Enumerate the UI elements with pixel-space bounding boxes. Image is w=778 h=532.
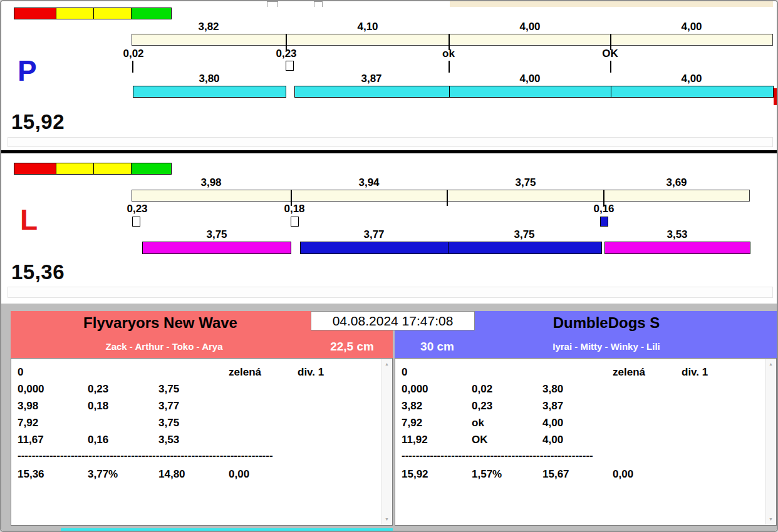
lane-l-top-split: 3,75 <box>494 176 557 189</box>
cell: 7,92 <box>18 414 88 431</box>
red-marker <box>774 88 778 105</box>
cell <box>298 414 378 431</box>
lane-p-split-bar <box>294 86 450 98</box>
lane-l-top-split: 3,69 <box>645 176 708 189</box>
lane-p-checkpoint: 0,23 <box>255 48 318 60</box>
window-tab-stub[interactable] <box>314 1 323 7</box>
cell: OK <box>472 431 542 448</box>
tick-mark <box>610 61 611 73</box>
cell: 0,000 <box>18 381 88 397</box>
table-row: 11,92OK4,00 <box>402 431 762 448</box>
lane-l-split-bar <box>300 242 449 254</box>
status-label: zelená <box>229 364 298 381</box>
cell <box>542 364 613 381</box>
cell: ok <box>472 414 542 431</box>
cell: 0,000 <box>402 381 472 397</box>
total-time: 15,92 <box>402 463 472 481</box>
app-window: 3,82 4,10 4,00 4,00 0,02 0,23 ok OK P 3,… <box>0 0 778 532</box>
tick-mark <box>449 61 450 73</box>
lane-p-split-bar <box>449 86 611 98</box>
scroll-down-icon[interactable]: ▼ <box>766 514 775 524</box>
cell <box>158 364 229 381</box>
total-net: 15,67 <box>542 463 613 481</box>
lane-l-bottom-split: 3,75 <box>185 228 248 241</box>
tick-mark <box>132 61 133 73</box>
total-percent: 3,77% <box>88 463 158 481</box>
lead-value: 0 <box>402 364 472 381</box>
cell <box>298 463 378 481</box>
cell: 11,92 <box>402 431 472 448</box>
red-light-segment <box>14 163 56 175</box>
cell <box>682 431 762 448</box>
lane-p-checkpoint: 0,02 <box>102 48 165 60</box>
scrollbar[interactable]: ▲ ▼ <box>765 359 775 524</box>
scroll-up-icon[interactable]: ▲ <box>382 359 392 369</box>
lane-p-split-bar <box>133 86 286 98</box>
table-row: 0,0000,023,80 <box>402 381 762 397</box>
checkbox-indicator <box>286 61 294 71</box>
cell <box>613 431 682 448</box>
lane-l-top-split: 3,98 <box>180 176 242 189</box>
scroll-up-icon[interactable]: ▲ <box>766 359 775 369</box>
cell: 4,00 <box>542 414 613 431</box>
cell: 4,00 <box>542 431 613 448</box>
separator-row: ----------------------------------------… <box>18 448 378 463</box>
bottom-cyan-strip <box>61 528 393 532</box>
datetime-display: 04.08.2024 17:47:08 <box>311 311 475 330</box>
checkbox-indicator <box>291 217 299 227</box>
table-row: 7,92ok4,00 <box>402 414 762 431</box>
lane-l-split-bar <box>604 242 750 254</box>
total-penalty: 0,00 <box>613 463 682 481</box>
cell <box>613 397 682 414</box>
cell <box>229 431 298 448</box>
yellow-light-segment <box>93 8 132 19</box>
red-light-segment <box>14 8 56 19</box>
left-team-dogs: Zack - Arthur - Toko - Arya <box>11 341 318 352</box>
table-row: 0,0000,233,75 <box>18 381 378 397</box>
lane-p-top-split: 3,82 <box>177 21 240 33</box>
cell <box>613 381 682 397</box>
lane-p-bottom-split: 3,87 <box>340 73 403 85</box>
cell <box>229 381 298 397</box>
lane-divider <box>1 150 778 153</box>
cell: 11,67 <box>18 431 88 448</box>
lane-p-bottom-split: 3,80 <box>178 73 241 85</box>
right-team-dogs: Iyrai - Mitty - Winky - Lili <box>475 341 738 352</box>
lane-l-status-strip <box>8 287 773 298</box>
cell: 0,23 <box>472 397 542 414</box>
lane-l-timeline-bar <box>132 190 750 202</box>
lane-p-traffic-light <box>14 8 172 19</box>
cell <box>682 381 762 397</box>
cell: 3,75 <box>158 414 229 431</box>
lane-p-bottom-split: 4,00 <box>499 73 561 85</box>
lane-l-total-time: 15,36 <box>11 260 65 284</box>
lane-p-checkpoint: OK <box>579 48 641 60</box>
cell <box>298 397 378 414</box>
lane-p-bottom-split: 4,00 <box>660 73 723 85</box>
lane-p-total-time: 15,92 <box>11 110 65 134</box>
status-label: zelená <box>613 364 682 381</box>
lane-l-bottom-split: 3,53 <box>646 228 708 241</box>
cell: 3,53 <box>158 431 229 448</box>
table-row: 11,670,163,53 <box>18 431 378 448</box>
cell: 3,98 <box>18 397 88 414</box>
right-jump-height: 30 cm <box>406 340 469 354</box>
table-row: 0 zelená div. 1 <box>402 364 762 381</box>
cell <box>613 414 682 431</box>
window-tab-stub[interactable] <box>267 1 278 7</box>
table-row: 3,980,183,77 <box>18 397 378 414</box>
yellow-light-segment <box>93 163 132 175</box>
scroll-down-icon[interactable]: ▼ <box>382 514 392 524</box>
cell <box>682 463 762 481</box>
table-row: 0 zelená div. 1 <box>18 364 378 381</box>
lane-l-bottom-split: 3,75 <box>493 228 556 241</box>
lane-p-top-split: 4,00 <box>499 21 561 33</box>
division-label: div. 1 <box>682 364 762 381</box>
left-team-name: Flyvaryors New Wave <box>11 314 310 332</box>
separator-dashes: ----------------------------------------… <box>402 448 762 463</box>
scrollbar[interactable]: ▲ ▼ <box>381 359 392 524</box>
lane-p-checkpoint: ok <box>417 48 480 60</box>
yellow-light-segment <box>56 163 94 175</box>
cell: 3,77 <box>158 397 229 414</box>
totals-row: 15,36 3,77% 14,80 0,00 <box>18 463 378 481</box>
